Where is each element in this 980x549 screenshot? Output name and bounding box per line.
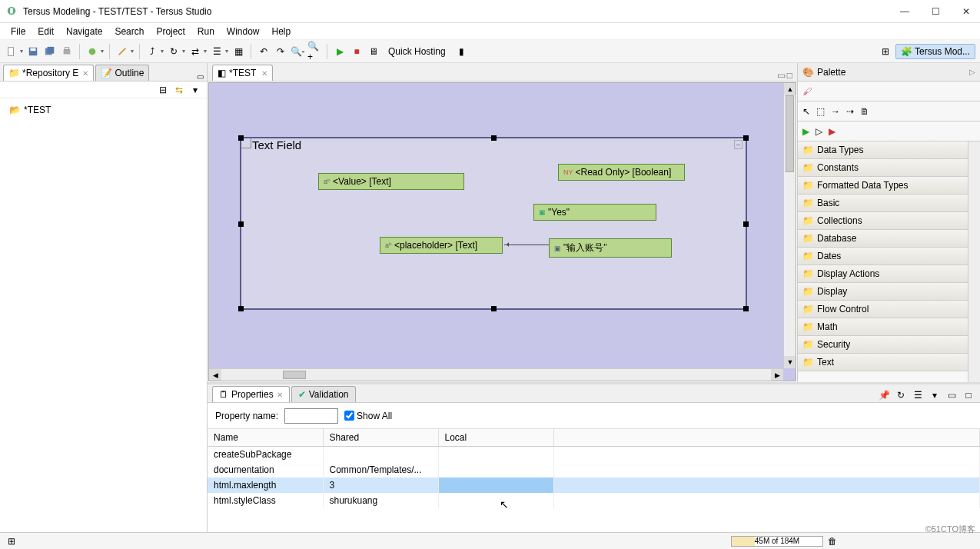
zoom-in-icon[interactable]: 🔍+ [307, 45, 321, 58]
server-icon[interactable]: 🖥 [367, 45, 380, 58]
run-icon[interactable]: ▶ [333, 45, 347, 58]
palette-cat[interactable]: 📁Constants [798, 159, 968, 177]
gc-icon[interactable]: 🗑 [828, 536, 837, 547]
tree-root-item[interactable]: 📂 *TEST [8, 103, 199, 117]
pointer-icon[interactable]: ↖ [802, 106, 810, 117]
table-row[interactable]: createSubPackage [208, 447, 980, 463]
menu-file[interactable]: File [5, 25, 32, 38]
close-editor-icon[interactable]: ✕ [261, 69, 267, 78]
minimize-button[interactable]: — [897, 6, 912, 17]
zoom-out-icon[interactable]: 🔍- [291, 45, 304, 58]
undo-icon[interactable]: ↶ [257, 45, 271, 58]
wand-icon[interactable] [115, 45, 129, 58]
container-collapse-icon[interactable]: – [734, 140, 742, 149]
table-row[interactable]: html.styleClassshurukuang [208, 493, 980, 508]
save-all-icon[interactable] [43, 45, 57, 58]
new-icon[interactable] [5, 45, 18, 58]
table-row[interactable]: documentationCommon/Templates/... [208, 462, 980, 477]
props-min-icon[interactable]: ▭ [945, 388, 958, 402]
palette-cat[interactable]: 📁Basic [798, 195, 968, 212]
stop-icon[interactable]: ■ [350, 45, 364, 58]
palette-cat[interactable]: 📁Database [798, 230, 968, 248]
text-field-container[interactable]: – Text Field aᵇ<Value> [Text] NY<Read On… [240, 137, 747, 310]
palette-cat[interactable]: 📁Data Types [798, 141, 968, 159]
node-yes[interactable]: ▣"Yes" [533, 204, 656, 221]
play-outline-icon[interactable]: ▷ [816, 126, 822, 137]
device-icon[interactable]: ▮ [455, 45, 469, 58]
play-green-icon[interactable]: ▶ [802, 126, 809, 137]
menu-search[interactable]: Search [108, 25, 150, 38]
menu-run[interactable]: Run [191, 25, 221, 38]
collapse-all-icon[interactable]: ⊟ [156, 83, 170, 97]
props-max-icon[interactable]: □ [962, 388, 975, 402]
save-icon[interactable] [26, 45, 40, 58]
col-local[interactable]: Local [438, 429, 553, 447]
close-tab-icon[interactable]: ✕ [277, 391, 283, 399]
property-name-input[interactable] [284, 408, 338, 424]
palette-cat[interactable]: 📁Collections [798, 212, 968, 230]
palette-cat[interactable]: 📁Display [798, 283, 968, 301]
palette-cat[interactable]: 📁Formatted Data Types [798, 177, 968, 195]
maximize-button[interactable]: ☐ [928, 6, 943, 17]
canvas-hscroll[interactable]: ◀▶ [209, 368, 783, 381]
view-menu-icon[interactable]: ▾ [188, 83, 202, 97]
palette-vscroll[interactable] [968, 141, 980, 382]
palette-cat[interactable]: 📁Text [798, 354, 968, 371]
play-red-icon[interactable]: ▶ [829, 126, 835, 137]
perspective-button[interactable]: 🧩 Tersus Mod... [895, 44, 975, 59]
menu-project[interactable]: Project [150, 25, 191, 38]
node-readonly[interactable]: NY<Read Only> [Boolean] [558, 164, 685, 181]
palette-cat[interactable]: 📁Dates [798, 248, 968, 265]
editor-max-icon[interactable]: □ [787, 70, 792, 81]
link-icon[interactable]: ⇄ [188, 45, 202, 58]
quick-hosting-button[interactable]: Quick Hosting [388, 46, 446, 57]
debug-icon[interactable] [85, 45, 99, 58]
tab-repository[interactable]: 📁 *Repository E ✕ [3, 65, 94, 81]
link-editor-icon[interactable]: ⇆ [172, 83, 186, 97]
print-icon[interactable] [60, 45, 74, 58]
grid-icon[interactable]: ▦ [231, 45, 245, 58]
tab-validation[interactable]: ✔ Validation [291, 386, 356, 402]
col-shared[interactable]: Shared [323, 429, 438, 447]
table-row-selected[interactable]: html.maxlength3 [208, 477, 980, 493]
perspective-open-icon[interactable]: ⊞ [879, 45, 892, 58]
arrow-solid-icon[interactable]: → [831, 106, 840, 117]
show-all-checkbox[interactable]: Show All [344, 411, 392, 421]
menu-icon[interactable]: ▾ [928, 388, 942, 402]
redo-icon[interactable]: ↷ [274, 45, 287, 58]
note-icon[interactable]: 🗎 [860, 106, 869, 117]
close-tab-icon[interactable]: ✕ [82, 69, 88, 78]
pin-icon[interactable]: 📌 [877, 388, 891, 402]
menu-navigate[interactable]: Navigate [60, 25, 108, 38]
filter-icon[interactable]: ☰ [911, 388, 925, 402]
node-value[interactable]: aᵇ<Value> [Text] [318, 173, 464, 190]
node-placeholder[interactable]: aᵇ<placeholder> [Text] [380, 237, 503, 254]
menu-window[interactable]: Window [221, 25, 266, 38]
menu-help[interactable]: Help [266, 25, 297, 38]
minimize-view-icon[interactable]: ▭ [197, 72, 204, 81]
editor-tab-test[interactable]: ◧ *TEST ✕ [212, 65, 273, 81]
refresh-icon[interactable]: ↻ [167, 45, 181, 58]
palette-cat[interactable]: 📁Flow Control [798, 301, 968, 318]
palette-cat[interactable]: 📁Display Actions [798, 265, 968, 283]
marquee-icon[interactable]: ⬚ [816, 106, 825, 117]
memory-bar[interactable]: 45M of 184M [731, 536, 823, 547]
brush-icon[interactable]: 🖌 [802, 86, 812, 97]
refresh-props-icon[interactable]: ↻ [894, 388, 908, 402]
palette-collapse-icon[interactable]: ▷ [969, 68, 975, 76]
close-button[interactable]: ✕ [958, 6, 974, 17]
canvas-vscroll[interactable]: ▲▼ [783, 83, 796, 368]
editor-min-icon[interactable]: ▭ [777, 70, 786, 81]
tab-properties[interactable]: 🗒 Properties ✕ [212, 386, 290, 402]
palette-cat[interactable]: 📁Security [798, 336, 968, 354]
relayout-icon[interactable]: ⤴ [145, 45, 159, 58]
menu-edit[interactable]: Edit [32, 25, 60, 38]
status-icon[interactable]: ⊞ [5, 534, 18, 548]
node-input-text[interactable]: ▣"输入账号" [549, 238, 672, 258]
tab-outline[interactable]: 📝 Outline [95, 65, 149, 81]
left-pane: 📁 *Repository E ✕ 📝 Outline ▭ ⊟ ⇆ ▾ 📂 *T… [0, 63, 208, 532]
tree-icon[interactable]: ☰ [210, 45, 224, 58]
palette-cat[interactable]: 📁Math [798, 318, 968, 336]
col-name[interactable]: Name [208, 429, 323, 447]
arrow-dash-icon[interactable]: ⇢ [846, 106, 854, 117]
